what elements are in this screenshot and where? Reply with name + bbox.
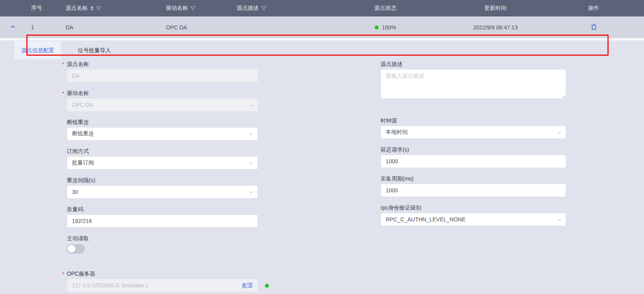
table-header: 序号 源点名称 驱动名称 源点描述 源点状态 更新时间 操作 — [0, 0, 644, 16]
tab-batch-tag-import[interactable]: 位号批量导入 — [71, 41, 118, 59]
filter-funnel-icon[interactable] — [261, 6, 266, 11]
field-driver-name: 驱动名称 — [61, 89, 258, 111]
column-header-time: 更新时间 — [440, 5, 550, 12]
field-reconnect: 断线重连 — [61, 118, 258, 141]
active-read-toggle[interactable] — [67, 244, 85, 254]
collapse-chevron-up-icon[interactable] — [10, 24, 16, 31]
collect-period-label: 采集周期(ms) — [381, 174, 566, 183]
field-subscribe-mode: 订阅方式 — [61, 147, 258, 170]
table-row[interactable]: 1 DA OPC DA 100% 2022/9/9 08:47:13 — [0, 16, 644, 38]
column-header-status: 源点状态 — [330, 5, 440, 12]
quality-code-label: 质量码 — [67, 205, 258, 214]
field-opc-server: OPC服务器 配置 — [61, 269, 258, 292]
sort-icon[interactable] — [90, 6, 94, 11]
source-desc-textarea[interactable] — [381, 69, 566, 99]
clock-source-select[interactable] — [381, 126, 566, 139]
column-label-driver: 驱动名称 — [166, 5, 188, 12]
opc-configure-link[interactable]: 配置 — [242, 279, 253, 292]
delay-request-label: 延迟请求(s) — [381, 145, 566, 154]
driver-name-select[interactable] — [67, 98, 258, 111]
reconnect-select[interactable] — [67, 127, 258, 141]
row-action-cell — [550, 23, 637, 32]
tab-bar: 源点信息配置 位号批量导入 — [15, 41, 644, 59]
column-header-desc: 源点描述 — [232, 5, 330, 12]
field-quality-code: 质量码 — [61, 205, 258, 228]
row-source-name: DA — [61, 24, 161, 31]
rpc-auth-level-label: rpc身份验证级别 — [381, 203, 566, 212]
filter-funnel-icon[interactable] — [96, 6, 101, 11]
form-column-right: 源点描述 时钟源 延迟请求(s) 采集周期(ms) rpc身份验证级别 — [381, 60, 566, 232]
field-active-read: 主动读取 — [61, 234, 258, 254]
column-label-status: 源点状态 — [374, 5, 396, 12]
active-read-label: 主动读取 — [67, 234, 258, 243]
row-driver-name: OPC DA — [161, 24, 232, 31]
clock-source-label: 时钟源 — [381, 116, 566, 125]
driver-name-label: 驱动名称 — [67, 89, 258, 97]
column-label-desc: 源点描述 — [237, 5, 259, 12]
column-label-index: 序号 — [31, 5, 42, 12]
status-percent: 100% — [382, 24, 396, 31]
filter-funnel-icon[interactable] — [190, 6, 195, 11]
opc-status-green-dot — [265, 284, 269, 288]
quality-code-input[interactable] — [67, 214, 258, 228]
field-reconnect-interval: 重连间隔(s) — [61, 176, 258, 199]
field-source-name: 源点名称 — [61, 60, 258, 82]
row-divider — [0, 38, 644, 40]
column-header-name: 源点名称 — [61, 5, 161, 12]
column-header-action: 操作 — [550, 5, 637, 12]
toggle-knob — [68, 245, 75, 253]
delay-request-input[interactable] — [381, 155, 566, 168]
field-delay-request: 延迟请求(s) — [381, 145, 566, 168]
column-header-driver: 驱动名称 — [161, 5, 232, 12]
tab-source-info-config[interactable]: 源点信息配置 — [15, 41, 61, 59]
row-expand-cell[interactable] — [0, 24, 26, 31]
field-collect-period: 采集周期(ms) — [381, 174, 566, 197]
column-label-action: 操作 — [588, 5, 599, 12]
source-name-input[interactable] — [67, 69, 258, 82]
source-name-label: 源点名称 — [67, 60, 258, 68]
subscribe-mode-select[interactable] — [67, 156, 258, 170]
row-index: 1 — [26, 24, 61, 31]
row-status-cell: 100% — [330, 24, 440, 31]
column-label-time: 更新时间 — [484, 5, 506, 12]
column-label-name: 源点名称 — [66, 5, 88, 12]
row-updated-time: 2022/9/9 08:47:13 — [440, 24, 550, 31]
subscribe-mode-label: 订阅方式 — [67, 147, 258, 155]
form-column-left: 源点名称 驱动名称 断线重连 订阅方式 — [61, 60, 258, 294]
status-green-dot — [375, 26, 379, 29]
field-rpc-auth-level: rpc身份验证级别 — [381, 203, 566, 226]
reconnect-interval-label: 重连间隔(s) — [67, 176, 258, 184]
reconnect-interval-select[interactable] — [67, 185, 258, 199]
opc-server-label: OPC服务器 — [67, 269, 258, 278]
column-header-index: 序号 — [26, 5, 61, 12]
source-desc-label: 源点描述 — [381, 60, 566, 68]
opc-server-input[interactable] — [67, 279, 258, 292]
delete-trash-icon[interactable] — [590, 23, 598, 32]
collect-period-input[interactable] — [381, 184, 566, 197]
field-source-desc: 源点描述 — [381, 60, 566, 99]
field-clock-source: 时钟源 — [381, 116, 566, 139]
rpc-auth-level-select[interactable] — [381, 213, 566, 226]
reconnect-label: 断线重连 — [67, 118, 258, 126]
